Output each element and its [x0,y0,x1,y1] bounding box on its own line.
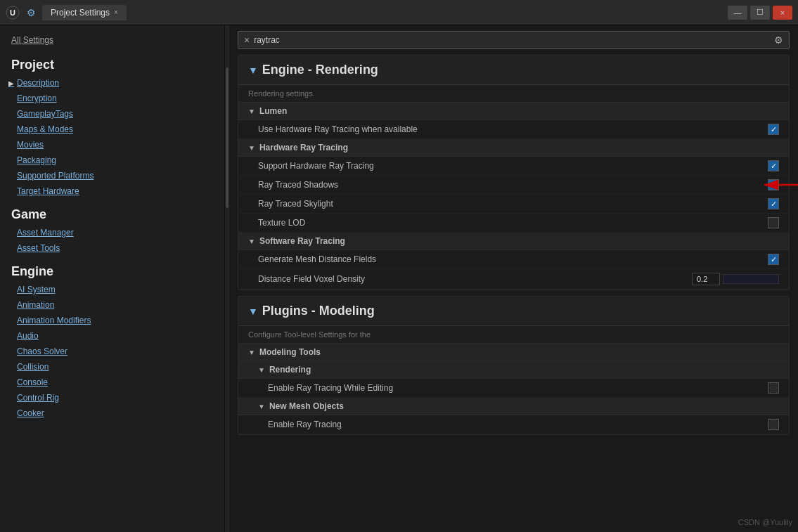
sidebar-item-audio[interactable]: Audio [0,328,224,344]
sidebar-item-label: Target Hardware [17,186,79,196]
tab-area: Project Settings × [42,5,728,20]
tab-close-button[interactable]: × [114,8,118,16]
sidebar-item-label: Description [17,78,59,88]
voxel-density-bar[interactable] [723,274,779,284]
lumen-subsection-header[interactable]: ▼ Lumen [238,103,789,120]
hw-ray-tracing-subsection-header[interactable]: ▼ Hardware Ray Tracing [238,139,789,157]
section-title: Plugins - Modeling [262,304,375,318]
sidebar-item-movies[interactable]: Movies [0,137,224,153]
sidebar-item-packaging[interactable]: Packaging [0,153,224,168]
checkbox-texture-lod[interactable] [768,217,779,228]
minimize-button[interactable]: — [728,6,747,20]
sidebar-item-label: Audio [17,331,39,341]
subsection-collapse-icon: ▼ [248,108,255,115]
sidebar-item-label: Console [17,377,48,387]
sidebar-item-label: Asset Manager [17,228,74,238]
scrollbar-thumb [226,67,229,208]
engine-rendering-header: ▼ Engine - Rendering [238,56,789,85]
setting-generate-mesh-distance-fields: Generate Mesh Distance Fields [238,250,789,269]
subsection-label: Modeling Tools [259,347,321,357]
setting-label: Support Hardware Ray Tracing [258,161,768,171]
setting-label: Use Hardware Ray Tracing when available [258,124,768,134]
sidebar-item-label: Collision [17,362,49,372]
setting-distance-field-voxel-density: Distance Field Voxel Density 0.2 [238,269,789,290]
setting-ray-traced-skylight: Ray Traced Skylight [238,195,789,214]
main-layout: All Settings Project ▶ Description Encry… [0,25,798,532]
sidebar-item-control-rig[interactable]: Control Rig [0,390,224,406]
checkbox-ray-traced-skylight[interactable] [768,198,779,209]
close-button[interactable]: × [773,6,792,20]
search-clear-button[interactable]: × [244,34,250,46]
subsection-label: Rendering [269,365,311,375]
sidebar-item-collision[interactable]: Collision [0,359,224,375]
setting-texture-lod: Texture LOD [238,214,789,233]
sidebar-item-animation[interactable]: Animation [0,297,224,313]
rendering-subsection-header[interactable]: ▼ Rendering [238,361,789,379]
sidebar-item-description[interactable]: ▶ Description [0,75,224,91]
sidebar-item-asset-tools[interactable]: Asset Tools [0,240,224,256]
subsection-label: Hardware Ray Tracing [259,143,348,153]
voxel-density-value[interactable]: 0.2 [692,273,720,285]
sidebar-item-asset-manager[interactable]: Asset Manager [0,225,224,240]
modeling-tools-subsection-header[interactable]: ▼ Modeling Tools [238,344,789,361]
sidebar-item-label: Cooker [17,408,44,418]
checkbox-enable-ray-tracing[interactable] [768,419,779,430]
checkbox-ray-traced-shadows[interactable] [768,179,779,190]
sidebar-item-cooker[interactable]: Cooker [0,406,224,421]
expand-arrow-icon: ▶ [8,79,14,87]
sidebar-item-encryption[interactable]: Encryption [0,91,224,106]
section-title: Engine - Rendering [262,63,378,77]
tab-label: Project Settings [51,8,110,18]
sidebar-item-animation-modifiers[interactable]: Animation Modifiers [0,313,224,328]
sidebar-section-engine: Engine [0,256,224,282]
sidebar-item-label: Asset Tools [17,243,60,253]
sidebar-item-label: Animation [17,300,54,310]
setting-label: Enable Ray Tracing While Editing [268,383,768,393]
sidebar-item-supported-platforms[interactable]: Supported Platforms [0,168,224,183]
sidebar-item-label: Control Rig [17,393,59,403]
restore-button[interactable]: ☐ [750,6,770,20]
number-input-voxel-density: 0.2 [692,273,779,285]
sidebar-item-label: Supported Platforms [17,171,94,181]
setting-enable-ray-tracing: Enable Ray Tracing [238,415,789,434]
setting-label: Generate Mesh Distance Fields [258,254,768,264]
checkbox-enable-ray-tracing-editing[interactable] [768,382,779,394]
subsection-label: Lumen [259,106,287,116]
app-icon: U [6,6,20,20]
project-settings-tab[interactable]: Project Settings × [42,5,127,20]
new-mesh-objects-subsection-header[interactable]: ▼ New Mesh Objects [238,398,789,415]
subsection-collapse-icon: ▼ [248,238,255,245]
checkbox-generate-mesh-distance-fields[interactable] [768,254,779,265]
title-bar: U ⚙ Project Settings × — ☐ × [0,0,798,25]
sw-ray-tracing-subsection-header[interactable]: ▼ Software Ray Tracing [238,233,789,250]
setting-label: Ray Traced Skylight [258,199,768,209]
engine-rendering-panel: ▼ Engine - Rendering Rendering settings.… [238,55,790,290]
sidebar-item-ai-system[interactable]: AI System [0,282,224,297]
plugins-modeling-panel: ▼ Plugins - Modeling Configure Tool-leve… [238,296,790,435]
search-input[interactable] [254,35,770,45]
sidebar-item-chaos-solver[interactable]: Chaos Solver [0,344,224,359]
checkbox-use-hw-ray-tracing[interactable] [768,124,779,135]
sidebar-item-label: Packaging [17,155,56,165]
section-subtitle: Configure Tool-level Settings for the [238,326,789,344]
setting-label: Ray Traced Shadows [258,180,768,190]
collapse-icon[interactable]: ▼ [248,65,258,76]
sidebar-item-target-hardware[interactable]: Target Hardware [0,183,224,199]
all-settings-link[interactable]: All Settings [0,31,224,49]
checkbox-support-hw-ray-tracing[interactable] [768,160,779,171]
setting-support-hw-ray-tracing: Support Hardware Ray Tracing [238,157,789,176]
sidebar-item-gameplaytags[interactable]: GameplayTags [0,106,224,122]
svg-text:U: U [10,8,15,17]
sidebar-section-project: Project [0,49,224,75]
sidebar-item-console[interactable]: Console [0,375,224,390]
content-area: × ⚙ ▼ Engine - Rendering Rendering setti… [229,25,798,532]
sidebar-item-label: Movies [17,140,44,150]
setting-enable-ray-tracing-editing: Enable Ray Tracing While Editing [238,379,789,398]
search-settings-icon[interactable]: ⚙ [774,34,783,46]
sidebar-item-maps-modes[interactable]: Maps & Modes [0,122,224,137]
setting-use-hw-ray-tracing: Use Hardware Ray Tracing when available [238,120,789,139]
setting-label: Distance Field Voxel Density [258,274,692,284]
subsection-label: Software Ray Tracing [259,236,345,246]
subsection-collapse-icon: ▼ [248,144,255,152]
collapse-icon[interactable]: ▼ [248,306,258,317]
